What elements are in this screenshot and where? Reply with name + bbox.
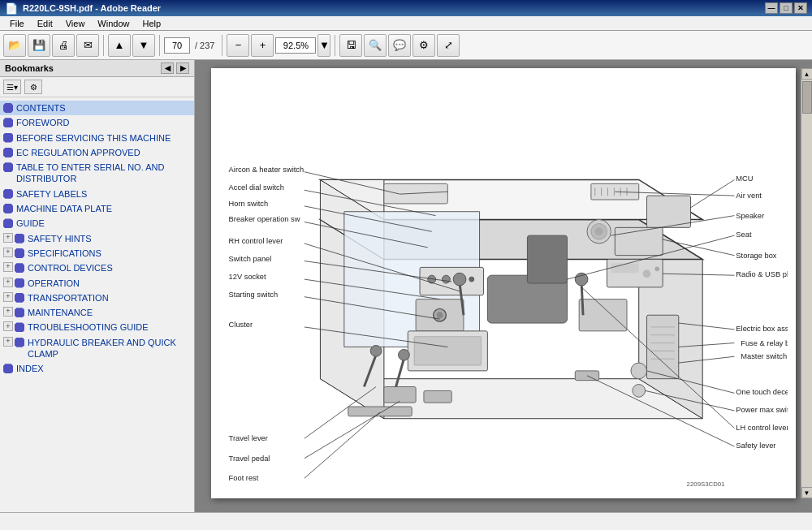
bookmark-specifications[interactable]: + SPECIFICATIONS bbox=[0, 246, 194, 261]
print-button[interactable]: 🖨 bbox=[52, 34, 75, 57]
bookmark-icon bbox=[15, 322, 24, 332]
zoom-in-button[interactable]: + bbox=[251, 34, 274, 57]
prev-page-button[interactable]: ▲ bbox=[108, 34, 131, 57]
expand-icon[interactable]: + bbox=[3, 262, 13, 272]
comment-button[interactable]: 💬 bbox=[388, 34, 411, 57]
page-total: / 237 bbox=[195, 41, 214, 50]
bookmark-icon bbox=[3, 204, 13, 213]
maximize-button[interactable]: □ bbox=[780, 2, 793, 14]
svg-rect-9 bbox=[527, 235, 567, 283]
bookmarks-forward-button[interactable]: ▶ bbox=[176, 62, 189, 74]
zoom-input[interactable] bbox=[275, 37, 316, 54]
find-button[interactable]: 🔍 bbox=[364, 34, 387, 57]
expand-button[interactable]: ⤢ bbox=[437, 34, 460, 57]
svg-rect-23 bbox=[647, 315, 679, 378]
bookmarks-options-button[interactable]: ⚙ bbox=[24, 80, 42, 94]
menu-view[interactable]: View bbox=[59, 18, 92, 29]
expand-icon[interactable]: + bbox=[3, 292, 13, 302]
bookmark-hydraulic[interactable]: + HYDRAULIC BREAKER AND QUICK CLAMP bbox=[0, 335, 194, 362]
bookmark-guide[interactable]: GUIDE bbox=[0, 216, 194, 231]
bookmarks-controls: ◀ ▶ bbox=[161, 62, 189, 74]
bookmark-machine-data[interactable]: MACHINE DATA PLATE bbox=[0, 201, 194, 216]
bookmarks-back-button[interactable]: ◀ bbox=[161, 62, 174, 74]
page-input[interactable] bbox=[164, 37, 190, 54]
bookmark-table-serial[interactable]: TABLE TO ENTER SERIAL NO. AND DISTRIBUTO… bbox=[0, 160, 194, 187]
svg-text:Power max switch: Power max switch bbox=[736, 406, 788, 414]
svg-rect-29 bbox=[647, 196, 691, 227]
bookmark-operation[interactable]: + OPERATION bbox=[0, 276, 194, 291]
svg-text:Breaker operation sw: Breaker operation sw bbox=[229, 215, 300, 223]
close-button[interactable]: ✕ bbox=[794, 2, 807, 14]
bookmark-troubleshooting[interactable]: + TROUBLESHOOTING GUIDE bbox=[0, 320, 194, 334]
expand-icon[interactable]: + bbox=[3, 337, 13, 347]
bookmark-label: HYDRAULIC BREAKER AND QUICK CLAMP bbox=[28, 337, 191, 360]
bookmark-label: FOREWORD bbox=[16, 117, 191, 128]
svg-point-46 bbox=[370, 346, 382, 357]
titlebar-controls: — □ ✕ bbox=[765, 2, 807, 14]
svg-text:LH control lever: LH control lever bbox=[736, 424, 788, 432]
bookmark-label: GUIDE bbox=[16, 218, 191, 229]
save-button[interactable]: 💾 bbox=[28, 34, 50, 57]
minimize-button[interactable]: — bbox=[765, 2, 778, 14]
bookmark-safety-hints[interactable]: + SAFETY HINTS bbox=[0, 231, 194, 246]
expand-icon[interactable]: + bbox=[3, 278, 13, 287]
menu-file[interactable]: File bbox=[3, 18, 31, 29]
bookmark-icon bbox=[15, 248, 24, 258]
expand-icon[interactable]: + bbox=[3, 233, 13, 243]
menu-edit[interactable]: Edit bbox=[31, 18, 59, 29]
save-copy-button[interactable]: 🖫 bbox=[339, 34, 362, 57]
main-area: Bookmarks ◀ ▶ ☰▾ ⚙ CONTENTS FOREWORD BEF… bbox=[0, 60, 812, 512]
svg-text:Horn switch: Horn switch bbox=[229, 200, 269, 208]
svg-text:Switch panel: Switch panel bbox=[229, 255, 272, 263]
bookmark-transportation[interactable]: + TRANSPORTATION bbox=[0, 291, 194, 305]
bookmark-label: EC REGULATION APPROVED bbox=[16, 147, 191, 158]
bookmarks-view-button[interactable]: ☰▾ bbox=[3, 80, 21, 94]
open-button[interactable]: 📂 bbox=[3, 34, 26, 57]
bookmark-before-servicing[interactable]: BEFORE SERVICING THIS MACHINE bbox=[0, 131, 194, 145]
tools-button[interactable]: ⚙ bbox=[412, 34, 435, 57]
scroll-thumb[interactable] bbox=[802, 81, 812, 114]
svg-text:Storage box: Storage box bbox=[736, 252, 776, 260]
scroll-down-button[interactable]: ▼ bbox=[801, 487, 813, 498]
bookmark-label: CONTROL DEVICES bbox=[28, 262, 191, 274]
svg-rect-41 bbox=[611, 263, 638, 273]
bookmark-contents[interactable]: CONTENTS bbox=[0, 101, 194, 115]
bookmark-ec-regulation[interactable]: EC REGULATION APPROVED bbox=[0, 145, 194, 160]
bookmark-icon bbox=[3, 189, 13, 199]
bookmark-maintenance[interactable]: + MAINTENANCE bbox=[0, 305, 194, 320]
toolbar: 📂 💾 🖨 ✉ ▲ ▼ / 237 − + ▼ 🖫 🔍 💬 ⚙ ⤢ bbox=[0, 31, 812, 60]
svg-rect-12 bbox=[384, 387, 416, 403]
zoom-dropdown-button[interactable]: ▼ bbox=[317, 34, 330, 57]
bookmark-label: OPERATION bbox=[28, 278, 191, 289]
bookmark-icon bbox=[3, 148, 13, 157]
bookmarks-title: Bookmarks bbox=[5, 63, 54, 73]
svg-point-48 bbox=[399, 349, 410, 360]
zoom-out-button[interactable]: − bbox=[227, 34, 249, 57]
bookmark-label: BEFORE SERVICING THIS MACHINE bbox=[16, 132, 191, 144]
svg-rect-22 bbox=[414, 337, 481, 365]
menu-window[interactable]: Window bbox=[91, 18, 136, 29]
bookmark-safety-labels[interactable]: SAFETY LABELS bbox=[0, 187, 194, 201]
machine-illustration-svg: Aircon & heater switch Accel dial switch… bbox=[219, 76, 788, 490]
vertical-scrollbar[interactable]: ▲ ▼ bbox=[801, 68, 812, 498]
expand-icon[interactable]: + bbox=[3, 321, 13, 331]
svg-text:Master switch: Master switch bbox=[741, 352, 787, 360]
svg-text:Fuse & relay box: Fuse & relay box bbox=[741, 339, 788, 347]
expand-icon[interactable]: + bbox=[3, 248, 13, 257]
bookmark-control-devices[interactable]: + CONTROL DEVICES bbox=[0, 261, 194, 275]
svg-point-18 bbox=[469, 277, 474, 282]
sidebar: Bookmarks ◀ ▶ ☰▾ ⚙ CONTENTS FOREWORD BEF… bbox=[0, 60, 195, 512]
bookmark-icon bbox=[15, 338, 24, 347]
scroll-up-button[interactable]: ▲ bbox=[801, 68, 813, 80]
menu-help[interactable]: Help bbox=[136, 18, 167, 29]
bookmark-index[interactable]: INDEX bbox=[0, 361, 194, 376]
bookmark-label: MAINTENANCE bbox=[28, 307, 191, 318]
next-page-button[interactable]: ▼ bbox=[132, 34, 155, 57]
svg-text:Foot rest: Foot rest bbox=[229, 474, 259, 482]
email-button[interactable]: ✉ bbox=[76, 34, 99, 57]
bookmark-foreword[interactable]: FOREWORD bbox=[0, 115, 194, 130]
expand-icon[interactable]: + bbox=[3, 307, 13, 317]
svg-text:Safety lever: Safety lever bbox=[736, 442, 775, 450]
bookmarks-header: Bookmarks ◀ ▶ bbox=[0, 60, 194, 77]
bookmark-label: TROUBLESHOOTING GUIDE bbox=[28, 321, 191, 333]
